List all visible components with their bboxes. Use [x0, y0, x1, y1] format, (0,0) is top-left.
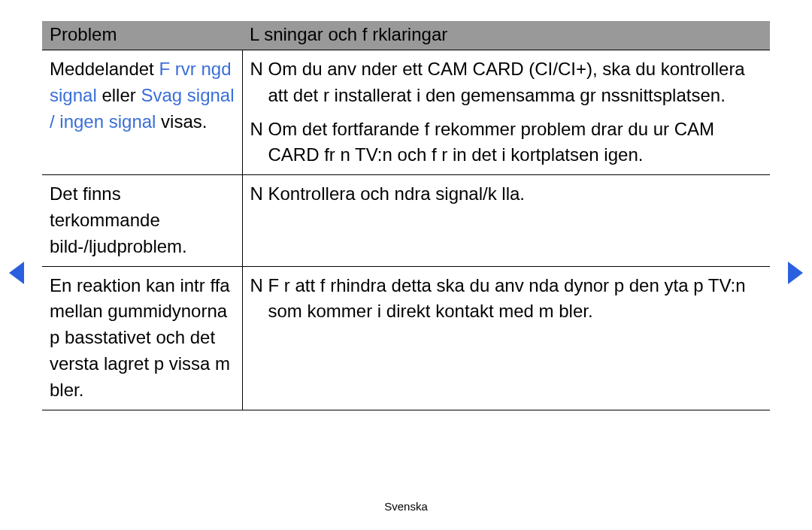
header-problem: Problem: [42, 21, 242, 50]
page-language-footer: Svenska: [0, 500, 812, 513]
header-solutions: L sningar och f rklaringar: [242, 21, 770, 50]
solution-cell: Kontrollera och ndra signal/k lla.: [242, 175, 770, 266]
list-item: Om du anv nder ett CAM CARD (CI/CI+), sk…: [250, 56, 763, 109]
problem-cell: Meddelandet F rvr ngd signal eller Svag …: [42, 50, 242, 175]
prev-page-arrow[interactable]: [9, 262, 24, 284]
problem-cell: En reaktion kan intr ffa mellan gummidyn…: [42, 266, 242, 410]
problem-text: eller: [102, 85, 141, 105]
solution-list: Om du anv nder ett CAM CARD (CI/CI+), sk…: [250, 56, 763, 168]
solution-cell: Om du anv nder ett CAM CARD (CI/CI+), sk…: [242, 50, 770, 175]
table-row: Meddelandet F rvr ngd signal eller Svag …: [42, 50, 770, 175]
problem-cell: Det finns terkommande bild-/ljudproblem.: [42, 175, 242, 266]
table-row: Det finns terkommande bild-/ljudproblem.…: [42, 175, 770, 266]
problem-text: visas.: [161, 111, 207, 132]
solution-cell: F r att f rhindra detta ska du anv nda d…: [242, 266, 770, 410]
solution-list: Kontrollera och ndra signal/k lla.: [250, 181, 763, 207]
next-page-arrow[interactable]: [788, 262, 803, 284]
list-item: F r att f rhindra detta ska du anv nda d…: [250, 273, 763, 326]
list-item: Om det fortfarande f rekommer problem dr…: [250, 117, 763, 169]
troubleshoot-table: Problem L sningar och f rklaringar Medde…: [42, 21, 770, 410]
problem-text: Meddelandet: [50, 59, 159, 79]
table-row: En reaktion kan intr ffa mellan gummidyn…: [42, 266, 770, 410]
list-item: Kontrollera och ndra signal/k lla.: [250, 181, 763, 207]
solution-list: F r att f rhindra detta ska du anv nda d…: [250, 273, 763, 326]
troubleshoot-table-page: Problem L sningar och f rklaringar Medde…: [42, 21, 770, 410]
